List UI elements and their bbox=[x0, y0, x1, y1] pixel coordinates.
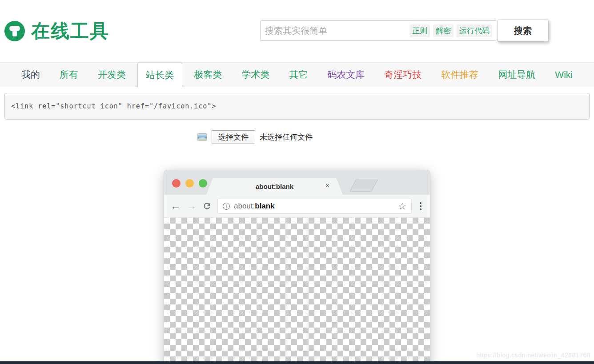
csdn-watermark: https://blog.csdn.net/weixin_42881768 bbox=[476, 352, 590, 359]
file-upload-row: 选择文件 未选择任何文件 bbox=[197, 129, 594, 144]
nav-tab-8[interactable]: 码农文库 bbox=[319, 63, 373, 87]
minimize-window-icon[interactable] bbox=[185, 179, 194, 188]
forward-icon: → bbox=[186, 201, 197, 211]
traffic-lights bbox=[172, 179, 207, 188]
transparent-checkerboard-canvas bbox=[164, 218, 430, 364]
browser-menu-icon[interactable] bbox=[417, 202, 424, 210]
search-button[interactable]: 搜索 bbox=[497, 20, 549, 42]
logo-area[interactable]: 在线工具 bbox=[4, 19, 109, 44]
search-box: 正则 解密 运行代码 bbox=[260, 20, 496, 41]
nav-tab-7[interactable]: 其它 bbox=[281, 63, 316, 87]
browser-tab[interactable]: about:blank × bbox=[206, 178, 343, 195]
new-tab-button[interactable] bbox=[349, 180, 378, 192]
browser-tab-bar: about:blank × bbox=[164, 170, 430, 195]
nav-tab-4[interactable]: 站长类 bbox=[137, 63, 182, 87]
browser-toolbar: ← → i about:blank ☆ bbox=[164, 195, 430, 218]
url-prefix: about: bbox=[234, 202, 255, 210]
favicon-link-code: <link rel="shortcut icon" href="/favicon… bbox=[11, 102, 216, 110]
choose-file-button[interactable]: 选择文件 bbox=[212, 130, 255, 144]
close-window-icon[interactable] bbox=[172, 179, 181, 188]
nav-tab-11[interactable]: 网址导航 bbox=[490, 63, 543, 87]
file-status-text: 未选择任何文件 bbox=[260, 132, 313, 142]
url-text: about:blank bbox=[234, 202, 275, 211]
site-title: 在线工具 bbox=[31, 19, 109, 44]
nav-tab-9[interactable]: 奇淫巧技 bbox=[376, 63, 429, 87]
refresh-icon[interactable] bbox=[202, 201, 212, 211]
nav-tab-10[interactable]: 软件推荐 bbox=[433, 63, 486, 87]
browser-mock-window: about:blank × ← → i about:blank ☆ bbox=[164, 170, 430, 364]
run-code-chip-button[interactable]: 运行代码 bbox=[457, 24, 492, 37]
category-nav: 我的所有开发类站长类极客类学术类其它码农文库奇淫巧技软件推荐网址导航Wiki bbox=[0, 62, 594, 87]
page-info-icon[interactable]: i bbox=[223, 203, 230, 210]
regex-chip-button[interactable]: 正则 bbox=[409, 24, 430, 37]
image-preview-icon bbox=[197, 133, 207, 141]
address-bar[interactable]: i about:blank ☆ bbox=[217, 199, 412, 214]
nav-tab-3[interactable]: 开发类 bbox=[90, 63, 134, 87]
decrypt-chip-button[interactable]: 解密 bbox=[433, 24, 454, 37]
url-host: blank bbox=[255, 202, 274, 210]
back-icon[interactable]: ← bbox=[170, 201, 181, 211]
maximize-window-icon[interactable] bbox=[199, 179, 207, 188]
search-area: 正则 解密 运行代码 搜索 bbox=[260, 20, 549, 42]
nav-tab-1[interactable]: 我的 bbox=[13, 63, 48, 87]
nav-tab-6[interactable]: 学术类 bbox=[233, 63, 277, 87]
nav-tab-12[interactable]: Wiki bbox=[547, 63, 581, 87]
code-result-box: <link rel="shortcut icon" href="/favicon… bbox=[4, 93, 590, 120]
nav-tab-2[interactable]: 所有 bbox=[52, 63, 86, 87]
bookmark-star-icon[interactable]: ☆ bbox=[398, 201, 406, 212]
hammer-logo-icon bbox=[4, 21, 25, 41]
tab-close-icon[interactable]: × bbox=[325, 182, 329, 190]
footer-bar bbox=[0, 361, 594, 364]
search-input[interactable] bbox=[265, 26, 406, 36]
site-header: 在线工具 正则 解密 运行代码 搜索 bbox=[0, 0, 594, 62]
tab-title: about:blank bbox=[256, 183, 293, 190]
nav-tab-5[interactable]: 极客类 bbox=[186, 63, 230, 87]
